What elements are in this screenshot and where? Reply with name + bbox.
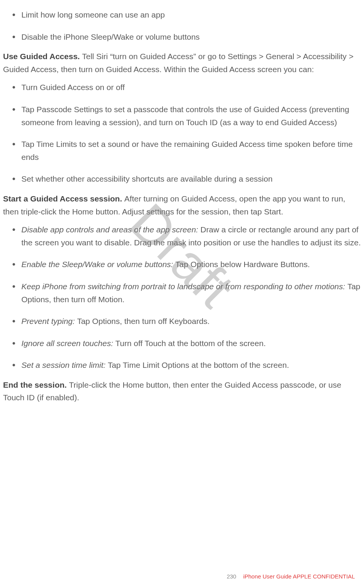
list-text: Tap Options, then turn off Keyboards. [77,317,210,325]
para-bold: Start a Guided Access session. [3,194,124,203]
list-item: Set whether other accessibility shortcut… [14,172,361,185]
list-item: Tap Passcode Settings to set a passcode … [14,103,361,129]
page-footer: 230 iPhone User Guide APPLE CONFIDENTIAL [227,572,355,581]
list-text: Tap Passcode Settings to set a passcode … [21,105,349,127]
list-item: Limit how long someone can use an app [14,8,361,21]
list-text: Tap Options below Hardware Buttons. [176,260,310,269]
list-ital: Ignore all screen touches: [21,339,115,348]
list-text: Set whether other accessibility shortcut… [21,174,272,183]
list-text: Tap Time Limit Options at the bottom of … [108,361,289,369]
list-text: Limit how long someone can use an app [21,10,165,19]
list-item: Disable the iPhone Sleep/Wake or volume … [14,31,361,43]
list-item: Keep iPhone from switching from portrait… [14,280,361,306]
list-ital: Set a session time limit: [21,361,108,369]
list-item: Tap Time Limits to set a sound or have t… [14,138,361,163]
guided-access-options-list: Turn Guided Access on or off Tap Passcod… [3,81,361,185]
list-ital: Enable the Sleep/Wake or volume buttons: [21,260,176,269]
list-item: Set a session time limit: Tap Time Limit… [14,359,361,372]
list-text: Disable the iPhone Sleep/Wake or volume … [21,32,200,41]
list-item: Turn Guided Access on or off [14,81,361,94]
session-settings-list: Disable app controls and areas of the ap… [3,223,361,372]
para-bold: Use Guided Access. [3,52,82,61]
list-ital: Keep iPhone from switching from portrait… [21,282,347,291]
list-item: Ignore all screen touches: Turn off Touc… [14,337,361,350]
paragraph-use-guided-access: Use Guided Access. Tell Siri “turn on Gu… [3,50,361,76]
page-number: 230 [227,573,236,580]
paragraph-end-session: End the session. Triple-click the Home b… [3,379,361,404]
list-text: Turn off Touch at the bottom of the scre… [115,339,266,348]
list-item: Prevent typing: Tap Options, then turn o… [14,315,361,328]
list-ital: Disable app controls and areas of the ap… [21,225,200,234]
para-bold: End the session. [3,380,69,389]
list-text: Tap Time Limits to set a sound or have t… [21,140,353,161]
paragraph-start-session: Start a Guided Access session. After tur… [3,192,361,218]
intro-list: Limit how long someone can use an app Di… [3,8,361,43]
list-ital: Prevent typing: [21,317,77,325]
list-item: Enable the Sleep/Wake or volume buttons:… [14,258,361,271]
list-text: Turn Guided Access on or off [21,83,125,92]
page-content: Limit how long someone can use an app Di… [3,8,361,404]
list-item: Disable app controls and areas of the ap… [14,223,361,249]
footer-title: iPhone User Guide APPLE CONFIDENTIAL [243,573,355,580]
